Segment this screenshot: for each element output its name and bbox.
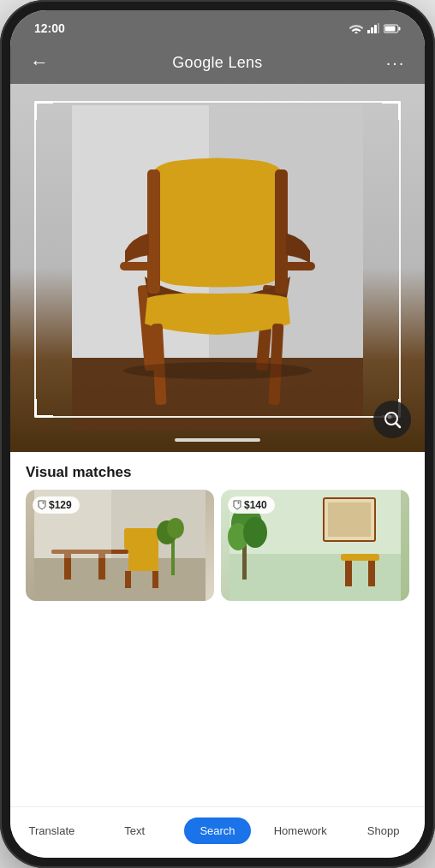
image-container xyxy=(10,84,425,452)
svg-rect-42 xyxy=(368,561,375,586)
tab-shopping-label: Shopp xyxy=(345,824,421,837)
results-area: Visual matches xyxy=(10,452,425,806)
svg-rect-29 xyxy=(125,571,131,588)
app-title-text: Google Lens xyxy=(172,54,262,71)
svg-point-35 xyxy=(43,502,45,504)
svg-rect-12 xyxy=(147,169,160,294)
bottom-tabs: Translate Text Search Homework Shopp xyxy=(10,806,425,858)
svg-rect-1 xyxy=(371,27,373,33)
tab-search[interactable]: Search xyxy=(176,812,259,849)
status-time: 12:00 xyxy=(34,21,65,35)
more-button[interactable]: ··· xyxy=(380,47,411,78)
svg-rect-30 xyxy=(152,571,158,588)
price-2: $140 xyxy=(244,499,267,511)
svg-rect-13 xyxy=(275,169,288,294)
tag-icon-2 xyxy=(233,500,241,510)
tab-homework-label: Homework xyxy=(262,824,338,837)
app-title: Google Lens xyxy=(172,54,262,72)
wifi-icon xyxy=(349,23,363,33)
svg-rect-3 xyxy=(378,23,379,33)
signal-icon xyxy=(367,23,379,33)
svg-rect-6 xyxy=(399,27,401,30)
svg-rect-0 xyxy=(367,30,370,33)
tab-text-label: Text xyxy=(97,824,173,837)
svg-point-18 xyxy=(123,362,312,379)
svg-rect-28 xyxy=(124,528,158,550)
tab-translate[interactable]: Translate xyxy=(10,819,93,842)
svg-rect-40 xyxy=(341,554,379,561)
battery-icon xyxy=(384,24,401,33)
svg-rect-39 xyxy=(328,502,371,537)
phone-frame: 12:00 xyxy=(0,0,435,868)
svg-rect-16 xyxy=(120,262,152,271)
match-card-1[interactable]: $129 xyxy=(26,490,214,601)
svg-rect-5 xyxy=(385,26,396,31)
svg-point-33 xyxy=(167,518,184,538)
match-card-2[interactable]: $140 xyxy=(221,490,409,601)
svg-rect-17 xyxy=(283,262,315,271)
price-badge-1: $129 xyxy=(33,496,80,514)
tab-search-pill: Search xyxy=(184,817,250,844)
lens-icon xyxy=(382,409,402,430)
tag-icon-1 xyxy=(38,500,46,510)
price-badge-2: $140 xyxy=(228,496,275,514)
svg-rect-2 xyxy=(374,25,377,33)
svg-rect-23 xyxy=(34,558,206,601)
tab-shopping[interactable]: Shopp xyxy=(342,819,425,842)
tab-text[interactable]: Text xyxy=(93,819,176,842)
lens-search-button[interactable] xyxy=(373,401,411,438)
price-1: $129 xyxy=(49,499,72,511)
status-bar: 12:00 xyxy=(10,10,425,41)
top-bar: ← Google Lens ··· xyxy=(10,41,425,84)
chair-image xyxy=(10,84,425,452)
svg-rect-31 xyxy=(171,541,175,575)
svg-point-21 xyxy=(388,415,392,419)
chair-svg xyxy=(72,105,363,431)
svg-line-20 xyxy=(396,424,401,428)
tab-translate-label: Translate xyxy=(14,824,90,837)
status-icons xyxy=(349,23,401,33)
back-button[interactable]: ← xyxy=(24,47,55,78)
tab-search-label: Search xyxy=(200,824,235,837)
tab-homework[interactable]: Homework xyxy=(259,819,342,842)
svg-point-46 xyxy=(243,517,267,548)
svg-point-47 xyxy=(238,502,240,504)
phone-screen: 12:00 xyxy=(10,10,425,858)
matches-grid: $129 xyxy=(10,490,425,806)
drag-bar[interactable] xyxy=(175,438,260,442)
visual-matches-title: Visual matches xyxy=(10,452,425,490)
svg-rect-41 xyxy=(345,561,352,586)
